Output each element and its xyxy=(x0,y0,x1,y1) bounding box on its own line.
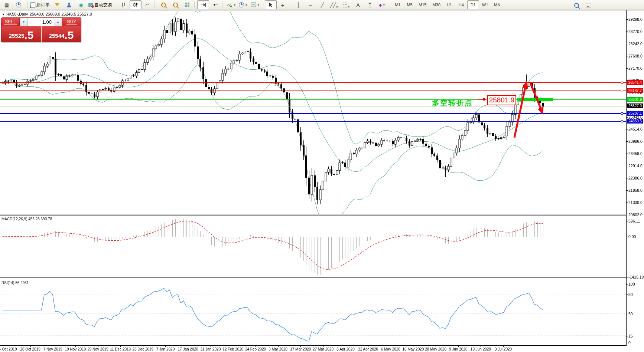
timeframe-h4[interactable]: H4 xyxy=(455,0,467,9)
chat-button[interactable] xyxy=(582,1,594,10)
volume-decrease-button[interactable]: ▼ xyxy=(20,18,28,26)
turning-point-text[interactable]: 多空转折点 xyxy=(432,98,473,108)
horizontal-line-button[interactable]: ─ xyxy=(305,0,316,9)
text-label-button[interactable]: T xyxy=(364,0,376,9)
periods-button[interactable]: ▾ xyxy=(237,0,249,9)
macd-canvas[interactable] xyxy=(0,216,626,278)
indicators-button[interactable]: ▾ xyxy=(225,0,237,9)
rsi-canvas[interactable] xyxy=(0,279,626,345)
timeframe-label: M15 xyxy=(417,3,428,7)
macd-panel-separator[interactable] xyxy=(0,214,626,216)
rsi-panel-separator[interactable] xyxy=(0,277,626,279)
horizontal-level-line[interactable] xyxy=(0,82,626,83)
zoom-out-button[interactable]: − xyxy=(169,0,181,9)
price-tick-label: 23986.0 xyxy=(628,139,643,144)
date-label: 6 Oct 2019 xyxy=(0,347,17,351)
separator xyxy=(25,1,28,9)
annotation-anchor-square xyxy=(483,98,485,101)
history-center-icon[interactable] xyxy=(13,0,25,9)
fibonacci-button[interactable]: F xyxy=(340,0,352,9)
volume-input[interactable]: 1.00 xyxy=(28,18,54,26)
sell-price[interactable]: 25525.5 xyxy=(1,26,42,42)
price-tick-label: 23458.0 xyxy=(628,151,643,156)
timeframe-mn[interactable]: MN xyxy=(491,0,503,9)
dropdown-caret-icon: ▾ xyxy=(234,3,235,7)
price-tick-label: 25042.0 xyxy=(628,115,643,119)
buy-button[interactable]: BUY xyxy=(62,18,81,26)
date-label: 22 Apr 2020 xyxy=(358,347,378,351)
horizontal-line-icon: ─ xyxy=(309,3,312,7)
tile-windows-icon xyxy=(185,3,189,7)
arrows-button[interactable]: ◆▾ xyxy=(376,0,388,9)
text-button[interactable]: A xyxy=(352,0,364,9)
horizontal-level-line[interactable] xyxy=(0,91,626,91)
timeframe-w1[interactable]: W1 xyxy=(479,0,491,9)
date-tick xyxy=(30,346,31,347)
bar-chart-button[interactable] xyxy=(118,0,130,9)
volume-increase-button[interactable]: ▲ xyxy=(54,18,62,26)
timeframe-m15[interactable]: M15 xyxy=(416,0,429,9)
collapse-triangle-icon[interactable]: ▲ xyxy=(2,13,5,16)
horizontal-level-line[interactable] xyxy=(0,121,626,122)
crosshair-button[interactable]: + xyxy=(277,0,289,9)
macd-label: MACD(12,26,9) 455.23 390.78 xyxy=(1,217,52,221)
rsi-axis-label: 100 xyxy=(628,282,635,286)
templates-icon xyxy=(251,2,256,7)
date-label: 7 Jan 2020 xyxy=(156,347,175,351)
date-tick xyxy=(481,346,481,347)
dropdown-caret-icon: ▾ xyxy=(258,3,259,7)
date-label: 6 May 2020 xyxy=(381,347,400,351)
sell-price-fraction: .5 xyxy=(24,30,33,41)
date-tick xyxy=(256,346,256,347)
candlestick-chart-button[interactable] xyxy=(130,0,142,9)
volume-spinner: ▼ 1.00 ▲ xyxy=(19,18,62,26)
chart-shift-button[interactable] xyxy=(209,0,221,9)
timeframe-d1[interactable]: D1 xyxy=(467,0,479,9)
autotrade-button[interactable]: 自动交易 xyxy=(87,0,114,9)
chart-title: ▲ HK50-,Daily 25640.0 25669.0 25248.5 25… xyxy=(2,12,92,16)
timeframe-m5[interactable]: M5 xyxy=(404,0,416,9)
experts-button[interactable] xyxy=(63,0,75,9)
person-icon xyxy=(67,3,71,7)
templates-button[interactable]: ▾ xyxy=(249,0,261,9)
ohlc-values: 25640.0 25669.0 25248.5 25527.0 xyxy=(30,12,92,16)
timeframe-h1[interactable]: H1 xyxy=(443,0,455,9)
tile-windows-button[interactable] xyxy=(181,0,193,9)
buy-price[interactable]: 25544.5 xyxy=(42,26,81,42)
separator xyxy=(115,1,117,8)
sell-button[interactable]: SELL xyxy=(1,18,19,26)
auto-scroll-button[interactable] xyxy=(197,0,209,9)
trendline-button[interactable]: ╱ xyxy=(316,0,328,9)
search-button[interactable] xyxy=(570,1,582,10)
date-tick xyxy=(98,346,98,347)
timeframe-m30[interactable]: M30 xyxy=(429,0,443,9)
date-tick xyxy=(211,346,211,347)
date-label: 31 Jan 2020 xyxy=(200,347,221,351)
toolbar: ▦ 新订单 ◉ 自动交易 + − xyxy=(0,0,644,10)
date-label: 19 Jun 2020 xyxy=(471,347,491,351)
date-tick xyxy=(188,346,188,347)
price-level-tag: 25801.9 xyxy=(627,97,643,102)
channel-button[interactable]: ╱╱E xyxy=(328,0,340,9)
zoom-in-button[interactable]: + xyxy=(157,0,169,9)
level-price-box[interactable]: 25801.9 xyxy=(487,95,516,105)
date-tick xyxy=(458,346,459,347)
new-order-button[interactable]: 新订单 xyxy=(29,0,51,9)
rsi-axis-label: 50 xyxy=(628,312,633,316)
green-highlight-bar[interactable] xyxy=(517,98,553,101)
charts-window-icon[interactable]: ▦ xyxy=(1,0,13,9)
depth-of-market-button[interactable] xyxy=(51,0,63,9)
timeframe-m1[interactable]: M1 xyxy=(392,0,404,9)
vertical-line-button[interactable]: │ xyxy=(293,0,305,9)
date-tick xyxy=(53,346,53,347)
date-tick xyxy=(8,346,8,347)
signal-icon: ◉ xyxy=(79,3,83,7)
date-tick xyxy=(503,346,504,347)
line-chart-button[interactable] xyxy=(142,0,153,9)
signals-button[interactable]: ◉ xyxy=(75,0,87,9)
text-a-icon: A xyxy=(357,3,360,7)
funnel-icon xyxy=(55,3,59,6)
date-tick xyxy=(368,346,368,347)
cursor-button[interactable] xyxy=(265,0,277,9)
horizontal-level-line[interactable] xyxy=(0,113,626,114)
